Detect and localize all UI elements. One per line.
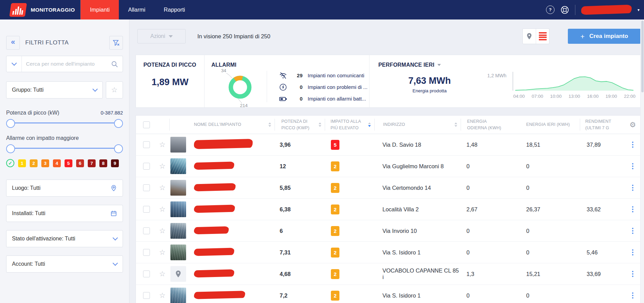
chevron-down-icon <box>113 238 117 240</box>
plant-name-redacted[interactable] <box>194 139 253 149</box>
page-scrollbar[interactable] <box>640 19 644 303</box>
select-all-checkbox[interactable] <box>143 121 150 128</box>
row-menu-icon[interactable] <box>631 140 635 149</box>
create-plant-button[interactable]: + Crea impianto <box>568 29 641 44</box>
user-name-redacted[interactable] <box>581 4 632 15</box>
table-row[interactable]: ☆ 12 2 Via Guglielmo Marconi 8 0 0 <box>136 156 640 177</box>
alarm-counter-battery[interactable]: 0 Impianti con allarmi batt... <box>278 94 367 103</box>
row-menu-icon[interactable] <box>631 248 635 257</box>
favorite-star-icon[interactable]: ☆ <box>156 227 169 235</box>
alarm-counter-non-communicating[interactable]: 29 Impianti non comunicanti <box>278 71 367 80</box>
row-checkbox[interactable] <box>143 271 150 277</box>
row-checkbox[interactable] <box>143 141 150 148</box>
row-checkbox[interactable] <box>143 227 150 234</box>
impact-level-6[interactable]: 6 <box>76 159 84 167</box>
row-checkbox[interactable] <box>143 184 150 191</box>
favorite-star-icon[interactable]: ☆ <box>156 270 169 278</box>
slider-handle-max[interactable] <box>114 119 123 128</box>
favorite-star-icon[interactable]: ☆ <box>156 184 169 192</box>
actions-dropdown-button[interactable]: Azioni <box>137 29 186 43</box>
tab-impianti[interactable]: Impianti <box>81 0 119 19</box>
impact-level-1[interactable]: 1 <box>18 159 26 167</box>
plant-name-redacted[interactable] <box>194 205 235 213</box>
list-view-button[interactable] <box>536 29 549 44</box>
battery-alarm-icon <box>278 94 288 103</box>
table-row[interactable]: ☆ 6,38 2 Località Villa 2 2,67 26,37 33,… <box>136 199 640 220</box>
row-menu-icon[interactable] <box>631 291 635 300</box>
slider-handle-max[interactable] <box>114 144 123 153</box>
table-row[interactable]: ☆ 3,96 5 Via D. Savio 18 1,48 18,51 37,8… <box>136 134 640 156</box>
col-header-impatto[interactable]: IMPATTO ALLAPIÙ ELEVATO <box>325 116 374 134</box>
plant-name-redacted[interactable] <box>194 161 234 170</box>
impact-level-8[interactable]: 8 <box>99 159 107 167</box>
map-view-button[interactable] <box>523 29 536 44</box>
impact-level-3[interactable]: 3 <box>41 159 49 167</box>
favorite-star-icon[interactable]: ☆ <box>156 162 169 170</box>
impact-level-5[interactable]: 5 <box>65 159 72 167</box>
row-menu-icon[interactable] <box>631 205 635 214</box>
sort-arrows-icon[interactable] <box>268 122 271 127</box>
row-menu-icon[interactable] <box>631 183 635 192</box>
performance-title-row[interactable]: PERFORMANCE IERI <box>378 62 640 68</box>
favorites-filter-button[interactable]: ☆ <box>106 81 123 98</box>
brand[interactable]: MONITORAGGIO <box>0 0 75 19</box>
yield-cell: 33,69 <box>580 271 624 277</box>
help-icon[interactable]: ? <box>546 5 555 14</box>
favorite-star-icon[interactable]: ☆ <box>156 291 169 300</box>
location-filter[interactable]: Luogo: Tutti <box>6 180 123 197</box>
plant-name-redacted[interactable] <box>194 269 234 277</box>
account-filter[interactable]: Account: Tutti <box>6 255 123 273</box>
search-options-button[interactable] <box>6 56 22 72</box>
row-menu-icon[interactable] <box>631 162 635 171</box>
plant-name-redacted[interactable] <box>194 248 234 256</box>
energy-yesterday-cell: 15,21 <box>519 271 580 277</box>
row-menu-icon[interactable] <box>631 269 635 278</box>
impact-level-9[interactable]: 9 <box>111 159 119 167</box>
favorite-star-icon[interactable]: ☆ <box>156 205 169 213</box>
impact-level-4[interactable]: 4 <box>53 159 61 167</box>
impact-level-7[interactable]: 7 <box>88 159 96 167</box>
table-row[interactable]: ☆ 7,31 2 Via S. Isidoro 1 0 0 5,46 <box>136 242 640 263</box>
globe-icon[interactable] <box>560 5 569 14</box>
search-icon[interactable] <box>111 61 118 68</box>
table-row[interactable]: ☆ 4,68 2 VOCABOLO CAPANNE CL 85 i 1,3 15… <box>136 263 640 285</box>
slider-handle-min[interactable] <box>6 144 15 153</box>
row-menu-icon[interactable] <box>631 226 635 235</box>
col-header-indirizzo[interactable]: INDIRIZZO <box>374 116 461 134</box>
sort-arrows-icon[interactable] <box>368 122 371 127</box>
col-header-nome[interactable]: NOME DELL'IMPIANTO <box>194 116 275 134</box>
sort-arrows-icon[interactable] <box>454 122 457 127</box>
table-row[interactable]: ☆ 7,2 2 Via S. Isidoro 1 0 0 <box>136 285 640 303</box>
activation-state-filter[interactable]: Stato dell'attivazione: Tutti <box>6 230 123 247</box>
scrollbar-thumb[interactable] <box>641 21 644 92</box>
plant-name-redacted[interactable] <box>194 183 236 191</box>
row-checkbox[interactable] <box>143 163 150 170</box>
impact-ok-check-icon[interactable]: ✓ <box>6 159 14 167</box>
app-root: MONITORAGGIO Impianti Allarmi Rapporti ?… <box>0 0 644 303</box>
row-checkbox[interactable] <box>143 292 150 299</box>
table-settings-gear-icon[interactable]: ⚙ <box>630 121 636 129</box>
impact-level-2[interactable]: 2 <box>30 159 38 167</box>
clear-filters-button[interactable] <box>109 36 123 50</box>
col-header-potenza[interactable]: POTENZA DIPICCO (KWP) <box>275 116 325 134</box>
tab-rapporti[interactable]: Rapporti <box>155 0 194 19</box>
row-checkbox[interactable] <box>143 206 150 213</box>
sort-arrows-icon[interactable] <box>319 122 321 127</box>
sidebar-collapse-button[interactable]: « <box>6 36 20 50</box>
tab-allarmi[interactable]: Allarmi <box>119 0 154 19</box>
view-toggle <box>522 28 549 44</box>
table-row[interactable]: ☆ 5,85 2 Via Certomondo 14 0 0 <box>136 177 640 199</box>
plant-name-redacted[interactable] <box>194 291 245 299</box>
alarm-counter-power-issues[interactable]: 0 Impianti con problemi di ... <box>278 83 367 91</box>
row-checkbox[interactable] <box>143 249 150 256</box>
user-menu-caret-icon[interactable]: ▾ <box>638 8 640 12</box>
plant-name-redacted[interactable] <box>194 226 229 234</box>
favorite-star-icon[interactable]: ☆ <box>156 141 169 149</box>
installed-date-filter[interactable]: Installati: Tutti <box>6 205 123 222</box>
battery-alarms-label: Impianti con allarmi batt... <box>308 96 366 102</box>
search-input[interactable] <box>22 61 111 67</box>
slider-handle-min[interactable] <box>6 119 15 128</box>
table-row[interactable]: ☆ 6 2 Via Invorio 10 0 0 <box>136 220 640 242</box>
favorite-star-icon[interactable]: ☆ <box>156 248 169 256</box>
group-select[interactable]: Gruppo: Tutti <box>6 81 103 98</box>
